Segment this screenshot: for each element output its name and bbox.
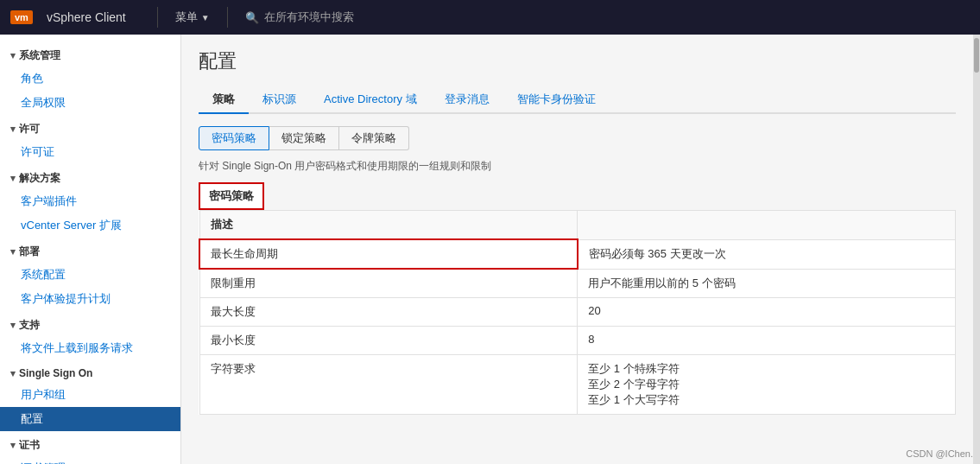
table-row: 字符要求至少 1 个特殊字符至少 2 个字母字符至少 1 个大写字符 (199, 355, 956, 415)
scrollbar[interactable] (973, 35, 980, 464)
tab-login-msg[interactable]: 登录消息 (431, 86, 503, 114)
sidebar-item-sys-config[interactable]: 系统配置 (0, 263, 180, 287)
table-row-value: 至少 1 个特殊字符至少 2 个字母字符至少 1 个大写字符 (578, 355, 956, 415)
collapse-icon: ▾ (10, 440, 16, 451)
collapse-icon: ▾ (10, 368, 16, 379)
sidebar-section-部署: ▾部署 (0, 238, 180, 263)
policy-description: 针对 Single Sign-On 用户密码格式和使用期限的一组规则和限制 (199, 159, 956, 174)
sub-tabs: 密码策略锁定策略令牌策略 (199, 126, 956, 150)
main-tabs: 策略标识源Active Directory 域登录消息智能卡身份验证 (199, 86, 956, 114)
menu-button[interactable]: 菜单 ▼ (175, 10, 210, 25)
sidebar-item-config[interactable]: 配置 (0, 407, 180, 431)
nav-divider-2 (227, 7, 228, 28)
sidebar-item-upload-file[interactable]: 将文件上载到服务请求 (0, 336, 180, 360)
policy-table: 描述最长生命周期密码必须每 365 天更改一次限制重用用户不能重用以前的 5 个… (199, 210, 956, 415)
table-row-value: 密码必须每 365 天更改一次 (578, 239, 956, 269)
scroll-thumb (974, 38, 979, 73)
table-row-value: 8 (578, 327, 956, 355)
tab-identity[interactable]: 标识源 (249, 86, 310, 114)
sidebar-section-解决方案: ▾解决方案 (0, 164, 180, 189)
sidebar-item-roles[interactable]: 角色 (0, 67, 180, 91)
search-bar[interactable]: 🔍 在所有环境中搜索 (245, 10, 354, 25)
table-row: 最小长度8 (199, 327, 956, 355)
sidebar-item-global-perms[interactable]: 全局权限 (0, 91, 180, 115)
main-layout: ▾系统管理角色全局权限▾许可许可证▾解决方案客户端插件vCenter Serve… (0, 35, 980, 464)
collapse-icon: ▾ (10, 50, 16, 61)
sidebar-section-许可: ▾许可 (0, 115, 180, 140)
sidebar-item-customer-exp[interactable]: 客户体验提升计划 (0, 287, 180, 311)
sidebar-item-users-groups[interactable]: 用户和组 (0, 383, 180, 407)
tab-ad[interactable]: Active Directory 域 (310, 86, 431, 114)
search-placeholder: 在所有环境中搜索 (264, 10, 354, 25)
table-row-value: 20 (578, 298, 956, 327)
sidebar-item-cert-mgmt[interactable]: 证书管理 (0, 456, 180, 464)
collapse-icon: ▾ (10, 246, 16, 257)
sidebar-section-Single Sign On: ▾Single Sign On (0, 360, 180, 383)
watermark: CSDN @IChen. (906, 448, 973, 459)
table-header-cell (578, 211, 956, 240)
search-icon: 🔍 (245, 11, 259, 24)
sidebar-section-支持: ▾支持 (0, 311, 180, 336)
table-row-label: 最大长度 (199, 298, 578, 327)
table-row-label: 最长生命周期 (199, 239, 578, 269)
sidebar-item-license[interactable]: 许可证 (0, 140, 180, 164)
table-row: 最长生命周期密码必须每 365 天更改一次 (199, 239, 956, 269)
table-row: 最大长度20 (199, 298, 956, 327)
tab-policy[interactable]: 策略 (199, 86, 249, 114)
table-row-label: 最小长度 (199, 327, 578, 355)
table-row-value: 用户不能重用以前的 5 个密码 (578, 269, 956, 298)
table-row-label: 字符要求 (199, 355, 578, 415)
menu-label: 菜单 (175, 10, 198, 25)
tab-smart-card[interactable]: 智能卡身份验证 (503, 86, 610, 114)
sub-tab-password-policy[interactable]: 密码策略 (199, 126, 269, 150)
collapse-icon: ▾ (10, 124, 16, 135)
table-row: 限制重用用户不能重用以前的 5 个密码 (199, 269, 956, 298)
sidebar-item-vcenter-ext[interactable]: vCenter Server 扩展 (0, 213, 180, 238)
table-row-label: 限制重用 (199, 269, 578, 298)
sub-tab-token-policy[interactable]: 令牌策略 (339, 126, 409, 150)
top-nav: vm vSphere Client 菜单 ▼ 🔍 在所有环境中搜索 (0, 0, 980, 35)
collapse-icon: ▾ (10, 173, 16, 184)
content-area: 配置 策略标识源Active Directory 域登录消息智能卡身份验证 密码… (181, 35, 973, 464)
policy-section-header: 密码策略 (199, 182, 264, 210)
table-header-cell: 描述 (199, 211, 578, 240)
sidebar-item-client-plugin[interactable]: 客户端插件 (0, 189, 180, 213)
nav-divider (157, 7, 158, 28)
vm-logo: vm (10, 10, 33, 24)
page-title: 配置 (199, 48, 956, 74)
sidebar-section-证书: ▾证书 (0, 431, 180, 456)
app-title: vSphere Client (47, 10, 126, 24)
sidebar: ▾系统管理角色全局权限▾许可许可证▾解决方案客户端插件vCenter Serve… (0, 35, 181, 464)
sidebar-section-系统管理: ▾系统管理 (0, 41, 180, 67)
collapse-icon: ▾ (10, 320, 16, 331)
chevron-down-icon: ▼ (201, 13, 210, 22)
sub-tab-lock-policy[interactable]: 锁定策略 (269, 126, 339, 150)
